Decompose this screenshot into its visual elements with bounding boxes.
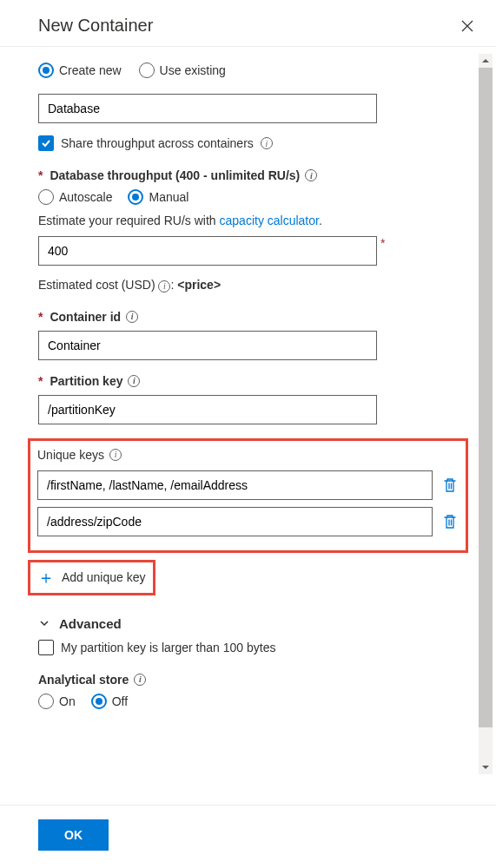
analytical-on-radio[interactable]: On xyxy=(38,694,76,709)
caret-down-icon xyxy=(481,763,490,772)
db-throughput-label: Database throughput (400 - unlimited RU/… xyxy=(50,168,300,182)
db-mode-create-radio[interactable]: Create new xyxy=(38,62,122,78)
new-container-panel: New Container Create new Use existing xyxy=(0,0,496,868)
add-unique-key-label: Add unique key xyxy=(62,570,146,584)
capacity-calculator-link[interactable]: capacity calculator xyxy=(220,214,319,227)
panel-content: Create new Use existing Share throughput… xyxy=(0,47,496,785)
manual-label: Manual xyxy=(149,190,188,204)
delete-unique-key-button[interactable] xyxy=(441,513,459,530)
unique-key-row xyxy=(37,507,459,536)
add-unique-key-button[interactable]: ＋ Add unique key xyxy=(37,566,146,589)
container-id-label: Container id xyxy=(50,310,121,324)
estimated-cost: Estimated cost (USD) i: <price> xyxy=(38,278,458,293)
estimate-text: Estimate your required RU/s with capacit… xyxy=(38,214,458,227)
panel-header: New Container xyxy=(0,0,496,46)
panel-title: New Container xyxy=(38,16,153,36)
info-icon[interactable]: i xyxy=(126,311,138,323)
partition-key-input[interactable] xyxy=(38,395,377,424)
analytical-on-label: On xyxy=(59,694,76,708)
panel-footer: OK xyxy=(0,805,496,868)
info-icon[interactable]: i xyxy=(305,169,317,181)
analytical-store-label: Analytical store xyxy=(38,673,129,687)
db-mode-existing-radio[interactable]: Use existing xyxy=(139,62,226,78)
advanced-toggle[interactable]: Advanced xyxy=(38,616,458,631)
trash-icon xyxy=(443,514,457,529)
autoscale-label: Autoscale xyxy=(59,190,112,204)
analytical-off-radio[interactable]: Off xyxy=(91,694,128,709)
database-name-input[interactable] xyxy=(38,94,377,123)
analytical-off-label: Off xyxy=(112,694,128,708)
checkmark-icon xyxy=(41,138,51,148)
info-icon[interactable]: i xyxy=(128,375,140,387)
share-throughput-label: Share throughput across containers xyxy=(61,136,254,150)
scrollbar[interactable] xyxy=(479,54,493,774)
delete-unique-key-button[interactable] xyxy=(441,477,459,494)
throughput-input[interactable] xyxy=(38,236,377,266)
info-icon[interactable]: i xyxy=(261,137,273,149)
db-mode-existing-label: Use existing xyxy=(160,63,226,77)
scroll-up-button[interactable] xyxy=(479,54,493,68)
unique-keys-highlight: Unique keys i xyxy=(28,438,468,553)
chevron-down-icon xyxy=(38,617,50,629)
unique-key-input-0[interactable] xyxy=(37,470,433,500)
autoscale-radio[interactable]: Autoscale xyxy=(38,189,112,205)
scrollbar-thumb[interactable] xyxy=(479,68,493,727)
unique-key-input-1[interactable] xyxy=(37,507,433,536)
trash-icon xyxy=(443,477,457,493)
info-icon[interactable]: i xyxy=(134,674,146,686)
large-partition-key-checkbox[interactable] xyxy=(38,640,54,655)
close-icon xyxy=(460,19,474,33)
scroll-down-button[interactable] xyxy=(479,760,493,774)
advanced-title: Advanced xyxy=(59,616,122,631)
share-throughput-checkbox[interactable] xyxy=(38,135,54,151)
info-icon[interactable]: i xyxy=(158,280,170,293)
container-id-input[interactable] xyxy=(38,331,377,360)
db-mode-create-label: Create new xyxy=(59,63,122,77)
caret-up-icon xyxy=(481,56,490,65)
info-icon[interactable]: i xyxy=(109,449,122,461)
unique-key-row xyxy=(37,470,459,500)
plus-icon: ＋ xyxy=(37,566,55,589)
manual-radio[interactable]: Manual xyxy=(128,189,188,205)
unique-keys-label: Unique keys xyxy=(37,448,104,462)
large-partition-key-label: My partition key is larger than 100 byte… xyxy=(61,641,275,654)
close-button[interactable] xyxy=(460,18,475,34)
ok-button[interactable]: OK xyxy=(38,819,109,851)
add-unique-key-highlight: ＋ Add unique key xyxy=(28,560,155,595)
partition-key-label: Partition key xyxy=(50,374,122,388)
